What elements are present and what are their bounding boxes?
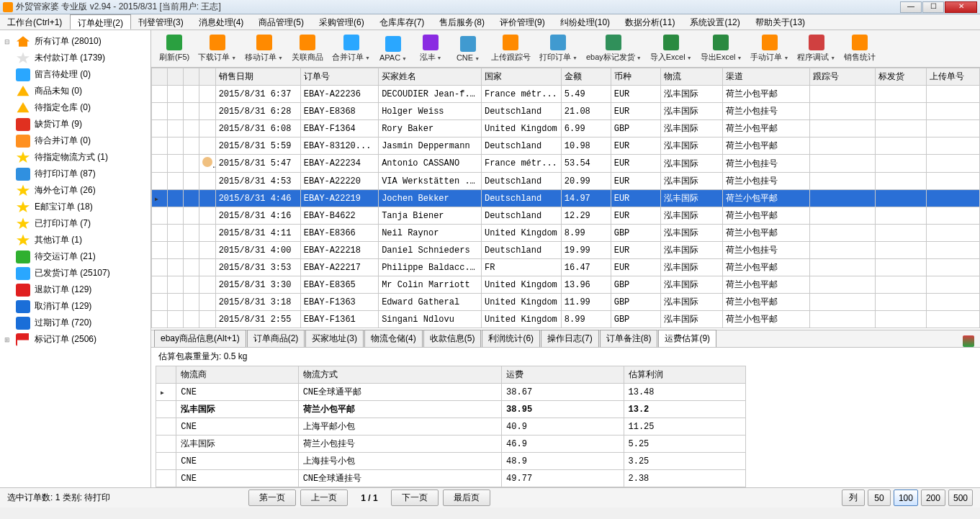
menu-tab[interactable]: 仓库库存(7) bbox=[372, 14, 433, 30]
menu-tab[interactable]: 工作台(Ctrl+1) bbox=[0, 14, 70, 30]
detail-tab[interactable]: 运费估算(9) bbox=[658, 330, 716, 347]
detail-tab[interactable]: ebay商品信息(Alt+1) bbox=[154, 330, 246, 347]
menu-tab[interactable]: 售后服务(8) bbox=[432, 14, 493, 30]
column-header[interactable]: 物流方式 bbox=[298, 366, 501, 384]
toolbar-button[interactable]: 泓丰▼ bbox=[413, 33, 449, 64]
menu-tab[interactable]: 系统设置(12) bbox=[683, 14, 747, 30]
column-header[interactable]: 币种 bbox=[611, 68, 660, 86]
table-row[interactable]: 2015/8/31 6:08EBAY-F1364Rory BakerUnited… bbox=[152, 120, 980, 137]
toolbar-button[interactable]: 导出Excel▼ bbox=[697, 33, 746, 64]
menu-tab[interactable]: 数据分析(11) bbox=[618, 14, 683, 30]
detail-tab[interactable]: 订单商品(2) bbox=[247, 330, 305, 347]
table-row[interactable]: 2015/8/31 4:16EBAY-B4622Tanja BienerDeut… bbox=[152, 207, 980, 225]
toolbar-button[interactable]: 程序调试▼ bbox=[794, 33, 839, 64]
page-last-button[interactable]: 最后页 bbox=[443, 489, 490, 506]
table-row[interactable]: 2015/8/31 5:47EBAY-A22234Antonio CASSANO… bbox=[152, 155, 980, 173]
toolbar-button[interactable]: ebay标记发货▼ bbox=[583, 33, 645, 64]
table-row[interactable]: CNECNE全球通平邮38.6713.48 bbox=[156, 384, 746, 401]
column-header[interactable]: 标发货 bbox=[875, 68, 926, 86]
table-row[interactable]: 2015/8/31 6:37EBAY-A22236DECOUDIER Jean-… bbox=[152, 86, 980, 103]
maximize-button[interactable]: ☐ bbox=[922, 1, 944, 13]
sidebar-item[interactable]: 其他订单 (1) bbox=[0, 232, 150, 248]
order-grid-wrap[interactable]: 销售日期订单号买家姓名国家金额币种物流渠道跟踪号标发货上传单号 2015/8/3… bbox=[151, 68, 980, 330]
column-header[interactable]: 估算利润 bbox=[624, 366, 745, 384]
toolbar-button[interactable]: CNE▼ bbox=[450, 35, 486, 63]
sidebar-item[interactable]: 过期订单 (720) bbox=[0, 315, 150, 331]
table-row[interactable]: CNECNE全球通挂号49.772.38 bbox=[156, 470, 746, 487]
column-header[interactable]: 销售日期 bbox=[215, 68, 300, 86]
sidebar-item[interactable]: 留言待处理 (0) bbox=[0, 66, 150, 83]
sidebar-item[interactable]: 海外仓订单 (26) bbox=[0, 182, 150, 199]
table-row[interactable]: 2015/8/31 4:46EBAY-A22219Jochen BekkerDe… bbox=[152, 190, 980, 207]
column-header[interactable] bbox=[199, 68, 215, 86]
close-button[interactable]: ✕ bbox=[945, 1, 977, 13]
table-row[interactable]: 2015/8/31 4:11EBAY-E8366Neil RaynorUnite… bbox=[152, 225, 980, 242]
table-row[interactable]: 2015/8/31 3:30EBAY-E8365Mr Colin Marriot… bbox=[152, 276, 980, 294]
sidebar-item[interactable]: 未付款订单 (1739) bbox=[0, 50, 150, 66]
toolbar-button[interactable]: 关联商品 bbox=[288, 33, 327, 64]
detail-tab[interactable]: 利润统计(6) bbox=[482, 330, 540, 347]
toolbar-button[interactable]: 合并订单▼ bbox=[328, 33, 374, 64]
page-size-button[interactable]: 100 bbox=[894, 489, 918, 506]
menu-tab[interactable]: 消息处理(4) bbox=[192, 14, 252, 30]
table-row[interactable]: CNE上海挂号小包48.93.25 bbox=[156, 453, 746, 470]
minimize-button[interactable]: — bbox=[900, 1, 922, 13]
sidebar-item[interactable]: 取消订单 (129) bbox=[0, 298, 150, 315]
column-header[interactable]: 买家姓名 bbox=[379, 68, 482, 86]
menu-tab[interactable]: 帮助关于(13) bbox=[748, 14, 813, 30]
toolbar-button[interactable]: 手动订单▼ bbox=[747, 33, 792, 64]
column-header[interactable] bbox=[156, 366, 176, 384]
detail-tab[interactable]: 买家地址(3) bbox=[305, 330, 364, 347]
table-row[interactable]: 2015/8/31 3:53EBAY-A22217Philippe Baldac… bbox=[152, 259, 980, 276]
menu-tab[interactable]: 订单处理(2) bbox=[70, 14, 131, 30]
toolbar-button[interactable]: 移动订单▼ bbox=[241, 33, 287, 64]
toolbar-button[interactable]: 上传跟踪号 bbox=[487, 33, 534, 64]
page-next-button[interactable]: 下一页 bbox=[391, 489, 439, 506]
column-header[interactable]: 运费 bbox=[502, 366, 624, 384]
toolbar-button[interactable]: 刷新(F5) bbox=[156, 33, 193, 64]
table-row[interactable]: 2015/8/31 4:53EBAY-A22220VIA Werkstätten… bbox=[152, 173, 980, 190]
column-header[interactable]: 物流商 bbox=[176, 366, 298, 384]
sidebar-item[interactable]: 缺货订单 (9) bbox=[0, 116, 150, 132]
column-header[interactable]: 国家 bbox=[481, 68, 561, 86]
sidebar-item[interactable]: E邮宝订单 (18) bbox=[0, 199, 150, 215]
detail-tab[interactable]: 物流仓储(4) bbox=[364, 330, 423, 347]
table-row[interactable]: CNE上海平邮小包40.911.25 bbox=[156, 418, 746, 435]
table-row[interactable]: 2015/8/31 5:59EBAY-83120...Jasmin Depper… bbox=[152, 137, 980, 155]
page-first-button[interactable]: 第一页 bbox=[248, 489, 296, 506]
detail-tab[interactable]: 收款信息(5) bbox=[423, 330, 482, 347]
detail-tab[interactable]: 操作日志(7) bbox=[541, 330, 599, 347]
table-row[interactable]: 2015/8/31 3:18EBAY-F1363Edward GatheralU… bbox=[152, 294, 980, 311]
order-grid[interactable]: 销售日期订单号买家姓名国家金额币种物流渠道跟踪号标发货上传单号 2015/8/3… bbox=[151, 68, 980, 328]
sidebar-item[interactable]: 待指定物流方式 (1) bbox=[0, 149, 150, 166]
sidebar-item[interactable]: 所有订单 (28010) bbox=[0, 33, 150, 50]
table-row[interactable]: 2015/8/31 4:00EBAY-A22218Daniel Schniede… bbox=[152, 242, 980, 259]
page-size-button[interactable]: 50 bbox=[868, 489, 891, 506]
toolbar-button[interactable]: 打印订单▼ bbox=[536, 33, 581, 64]
column-header[interactable]: 物流 bbox=[660, 68, 722, 86]
column-header[interactable]: 金额 bbox=[561, 68, 611, 86]
table-row[interactable]: 泓丰国际荷兰小包平邮38.9513.2 bbox=[156, 401, 746, 418]
sidebar-item[interactable]: 已发货订单 (25107) bbox=[0, 265, 150, 281]
table-row[interactable]: 泓丰国际荷兰小包挂号46.95.25 bbox=[156, 435, 746, 453]
detail-tab[interactable]: 订单备注(8) bbox=[600, 330, 658, 347]
column-header[interactable] bbox=[184, 68, 199, 86]
table-row[interactable]: 2015/8/31 2:55EBAY-F1361Singani NdlovuUn… bbox=[152, 311, 980, 328]
toolbar-button[interactable]: 导入Excel▼ bbox=[647, 33, 696, 64]
sidebar-item[interactable]: 待打印订单 (87) bbox=[0, 166, 150, 182]
sidebar-item[interactable]: 已打印订单 (7) bbox=[0, 215, 150, 232]
book-icon[interactable] bbox=[963, 335, 974, 347]
menu-tab[interactable]: 评价管理(9) bbox=[493, 14, 553, 30]
sidebar-item[interactable]: 待合并订单 (0) bbox=[0, 132, 150, 149]
menu-tab[interactable]: 采购管理(6) bbox=[312, 14, 372, 30]
sidebar-item[interactable]: 待指定仓库 (0) bbox=[0, 99, 150, 116]
page-size-button[interactable]: 200 bbox=[921, 489, 945, 506]
sidebar-item[interactable]: 待交运订单 (21) bbox=[0, 248, 150, 265]
col-label[interactable]: 列 bbox=[842, 489, 865, 506]
sidebar-item[interactable]: 商品未知 (0) bbox=[0, 83, 150, 99]
toolbar-button[interactable]: APAC▼ bbox=[375, 35, 411, 63]
menu-tab[interactable]: 商品管理(5) bbox=[251, 14, 312, 30]
column-header[interactable]: 上传单号 bbox=[927, 68, 980, 86]
sidebar-item[interactable]: 退款订单 (129) bbox=[0, 281, 150, 298]
menu-tab[interactable]: 刊登管理(3) bbox=[131, 14, 192, 30]
